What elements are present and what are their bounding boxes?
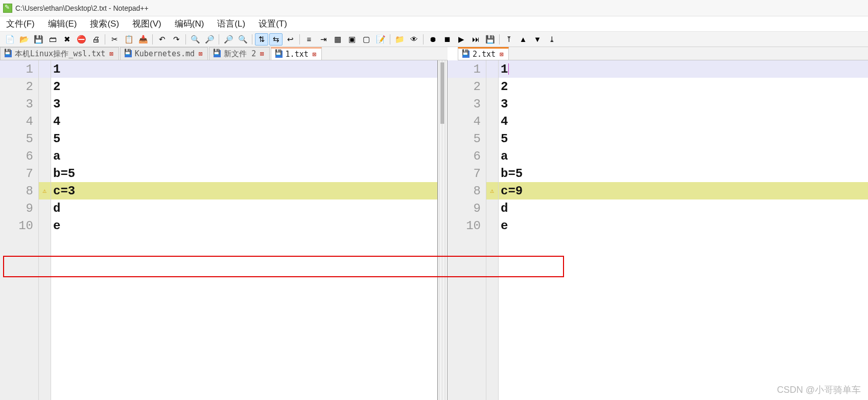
line-number[interactable]: 6 [448,147,486,165]
code-area[interactable]: 12345ab=5c=3de [51,60,437,400]
wrap-button[interactable]: ↩ [284,33,297,46]
line-number[interactable]: 3 [448,95,486,113]
code-line[interactable]: d [499,199,868,217]
line-number[interactable]: 2 [448,78,486,95]
menu-edit[interactable]: 编辑(E) [46,16,79,31]
find-button[interactable]: 🔍 [189,33,202,46]
replace-button[interactable]: 🔎 [203,33,216,46]
tab-close-icon[interactable]: ⊠ [108,50,114,57]
title-bar[interactable]: C:\Users\ethan\Desktop\2.txt - Notepad++ [0,0,868,16]
code-line[interactable]: 1 [499,60,868,78]
line-number[interactable]: 4 [448,113,486,130]
line-number[interactable]: 3 [0,95,38,113]
menu-encoding[interactable]: 编码(N) [173,16,206,31]
paste-button[interactable]: 📥 [136,33,150,46]
undo-button[interactable]: ↶ [155,33,169,46]
eye-button[interactable]: 👁 [407,33,420,46]
line-number[interactable]: 2 [0,78,38,95]
zoom-out-button[interactable]: 🔍 [236,33,249,46]
close-all-button[interactable]: ⛔ [75,33,88,46]
editor-body-left[interactable]: 12345678910⚠12345ab=5c=3de [0,60,437,400]
save-macro-button[interactable]: 💾 [483,33,497,46]
up-button[interactable]: ▲ [517,33,530,46]
code-line[interactable]: b=5 [51,165,437,182]
sort-desc-button[interactable]: ⤓ [545,33,558,46]
menu-view[interactable]: 视图(V) [130,16,163,31]
code-line[interactable]: 5 [51,130,437,147]
line-number[interactable]: 1 [448,60,486,78]
print-button[interactable]: 🖨 [89,33,102,46]
code-line[interactable]: a [499,147,868,165]
line-number[interactable]: 7 [448,165,486,182]
code-line[interactable]: 1 [51,60,437,78]
menu-file[interactable]: 文件(F) [4,16,37,31]
line-number[interactable]: 6 [0,147,38,165]
tab--Linux-_wsl-txt[interactable]: 本机Linux操作_wsl.txt⊠ [0,47,119,60]
open-button[interactable]: 📂 [17,33,31,46]
indent-button[interactable]: ⇥ [317,33,330,46]
line-number[interactable]: 8 [0,182,38,199]
sort-asc-button[interactable]: ⤒ [502,33,515,46]
menu-language[interactable]: 语言(L) [215,16,247,31]
code-line[interactable]: b=5 [499,165,868,182]
play-button[interactable]: ▶ [455,33,468,46]
code-line[interactable]: e [499,217,868,234]
record-button[interactable]: ⏺ [426,33,439,46]
unfold-button[interactable]: ▢ [360,33,373,46]
code-line[interactable]: 2 [51,78,437,95]
close-button[interactable]: ✖ [60,33,74,46]
line-number[interactable]: 4 [0,113,38,130]
code-line[interactable]: e [51,217,437,234]
folder-button[interactable]: 📁 [393,33,406,46]
code-line[interactable]: 5 [499,130,868,147]
code-line[interactable]: 2 [499,78,868,95]
tab-2-txt[interactable]: 2.txt⊠ [458,47,509,60]
tab-1-txt[interactable]: 1.txt⊠ [271,47,322,60]
zoom-in-button[interactable]: 🔎 [222,33,235,46]
menu-search[interactable]: 搜索(S) [88,16,121,31]
line-number-gutter[interactable]: 12345678910 [448,60,486,400]
tab-close-icon[interactable]: ⊠ [499,51,504,58]
marker-margin[interactable]: ⚠ [486,60,499,400]
fold-button[interactable]: ▣ [345,33,359,46]
line-number[interactable]: 7 [0,165,38,182]
tab--2[interactable]: 新文件 2⊠ [209,47,269,60]
code-line[interactable]: 3 [51,95,437,113]
line-number[interactable]: 1 [0,60,38,78]
cut-button[interactable]: ✂ [108,33,121,46]
guide-button[interactable]: ▦ [331,33,344,46]
line-number[interactable]: 8 [448,182,486,199]
down-button[interactable]: ▼ [531,33,544,46]
line-number-gutter[interactable]: 12345678910 [0,60,39,400]
editor-body-right[interactable]: 12345678910⚠12345ab=5c=9de [448,60,868,400]
save-all-button[interactable]: 🗃 [46,33,59,46]
line-number[interactable]: 10 [448,217,486,234]
line-number[interactable]: 5 [448,130,486,147]
line-number[interactable]: 10 [0,217,38,234]
line-number[interactable]: 9 [0,199,38,217]
sync-h-button[interactable]: ⇆ [269,33,283,46]
splitter[interactable] [437,60,448,400]
line-number[interactable]: 5 [0,130,38,147]
marker-margin[interactable]: ⚠ [39,60,51,400]
line-number[interactable]: 9 [448,199,486,217]
tab-close-icon[interactable]: ⊠ [312,51,317,58]
tab-close-icon[interactable]: ⊠ [198,50,203,57]
code-line[interactable]: c=9 [499,182,868,199]
code-line[interactable]: c=3 [51,182,437,199]
code-line[interactable]: a [51,147,437,165]
comment-button[interactable]: 📝 [374,33,387,46]
code-line[interactable]: 3 [499,95,868,113]
code-line[interactable]: 4 [51,113,437,130]
tab-close-icon[interactable]: ⊠ [259,50,265,57]
tab-Kubernetes-md[interactable]: Kubernetes.md⊠ [120,47,208,60]
sync-v-button[interactable]: ⇅ [255,33,268,46]
code-line[interactable]: 4 [499,113,868,130]
toggle-all-button[interactable]: ≡ [302,33,316,46]
play-multi-button[interactable]: ⏭ [469,33,482,46]
menu-settings[interactable]: 设置(T) [256,16,289,31]
stop-button[interactable]: ⏹ [440,33,454,46]
redo-button[interactable]: ↷ [170,33,183,46]
new-file-button[interactable]: 📄 [3,33,16,46]
code-area[interactable]: 12345ab=5c=9de [499,60,868,400]
